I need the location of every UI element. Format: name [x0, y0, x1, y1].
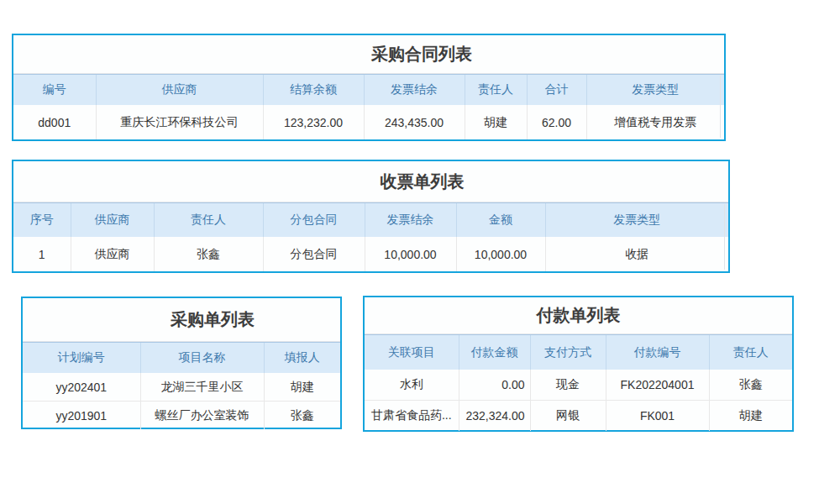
cell-responsible: 胡建 — [709, 401, 792, 432]
payment-list-title: 付款单列表 — [365, 297, 792, 334]
cell-supplier: 供应商 — [71, 237, 154, 271]
payment-list-panel: 付款单列表 关联项目 付款金额 支付方式 付款编号 责任人 水利 0.00 现金… — [363, 296, 794, 432]
cell-payment-code: FK202204001 — [606, 370, 709, 401]
column-header-responsible: 责任人 — [154, 203, 263, 238]
cell-code: dd001 — [13, 105, 96, 139]
receipt-list-panel: 收票单列表 序号 供应商 责任人 分包合同 发票结余 金额 发票类型 1 供应商… — [12, 160, 730, 273]
payment-table: 关联项目 付款金额 支付方式 付款编号 责任人 水利 0.00 现金 FK202… — [365, 334, 792, 431]
column-header-amount: 金额 — [456, 203, 545, 238]
scrollbar-spacer-line — [724, 204, 725, 270]
column-header-plan-code: 计划编号 — [23, 343, 140, 374]
column-header-code: 编号 — [13, 75, 96, 106]
column-header-invoice-balance: 发票结余 — [365, 203, 456, 238]
cell-related-project: 水利 — [365, 370, 459, 401]
table-row[interactable]: 水利 0.00 现金 FK202204001 张鑫 — [365, 370, 792, 401]
purchase-order-list-title: 采购单列表 — [23, 298, 340, 342]
column-header-supplier: 供应商 — [71, 203, 154, 238]
purchase-order-table: 计划编号 项目名称 填报人 yy202401 龙湖三千里小区 胡建 yy2019… — [23, 342, 340, 429]
purchase-contract-list-panel: 采购合同列表 编号 供应商 结算余额 发票结余 责任人 合计 发票类型 dd00… — [12, 34, 726, 141]
cell-invoice-type: 增值税专用发票 — [586, 105, 724, 139]
receipt-table: 序号 供应商 责任人 分包合同 发票结余 金额 发票类型 1 供应商 张鑫 分包… — [13, 202, 728, 271]
cell-invoice-balance: 10,000.00 — [365, 237, 456, 271]
column-header-payment-code: 付款编号 — [606, 335, 709, 370]
column-header-responsible: 责任人 — [709, 335, 792, 370]
column-header-project-name: 项目名称 — [140, 343, 264, 374]
column-header-subcontract: 分包合同 — [263, 203, 365, 238]
receipt-list-title: 收票单列表 — [13, 161, 728, 202]
cell-filler: 胡建 — [264, 373, 340, 402]
purchase-contract-table: 编号 供应商 结算余额 发票结余 责任人 合计 发票类型 dd001 重庆长江环… — [13, 74, 724, 139]
cell-seq: 1 — [13, 237, 71, 271]
cell-responsible: 张鑫 — [154, 237, 263, 271]
column-header-supplier: 供应商 — [96, 75, 263, 106]
column-header-seq: 序号 — [13, 203, 71, 238]
column-header-filler: 填报人 — [264, 343, 340, 374]
header-row: 编号 供应商 结算余额 发票结余 责任人 合计 发票类型 — [13, 75, 724, 106]
column-header-payment-amount: 付款金额 — [459, 335, 530, 370]
column-header-invoice-type: 发票类型 — [586, 75, 724, 106]
cell-supplier: 重庆长江环保科技公司 — [96, 105, 263, 139]
table-row[interactable]: 1 供应商 张鑫 分包合同 10,000.00 10,000.00 收据 — [13, 237, 728, 271]
table-row[interactable]: yy202401 龙湖三千里小区 胡建 — [23, 373, 340, 402]
purchase-contract-list-title: 采购合同列表 — [13, 35, 724, 74]
table-row[interactable]: dd001 重庆长江环保科技公司 123,232.00 243,435.00 胡… — [13, 105, 724, 139]
cell-related-project: 甘肃省食品药... — [365, 401, 459, 432]
cell-invoice-type: 收据 — [545, 237, 728, 271]
cell-invoice-balance: 243,435.00 — [364, 105, 465, 139]
cell-responsible: 张鑫 — [709, 370, 792, 401]
cell-subcontract: 分包合同 — [263, 237, 365, 271]
purchase-order-list-panel: 采购单列表 计划编号 项目名称 填报人 yy202401 龙湖三千里小区 胡建 … — [21, 297, 342, 429]
cell-total: 62.00 — [527, 105, 586, 139]
header-row: 序号 供应商 责任人 分包合同 发票结余 金额 发票类型 — [13, 203, 728, 238]
header-row: 计划编号 项目名称 填报人 — [23, 343, 340, 374]
scrollbar-spacer-line — [720, 76, 721, 138]
cell-payment-method: 网银 — [530, 401, 606, 432]
column-header-payment-method: 支付方式 — [530, 335, 606, 370]
cell-plan-code: yy202401 — [23, 373, 140, 402]
header-row: 关联项目 付款金额 支付方式 付款编号 责任人 — [365, 335, 792, 370]
cell-amount: 10,000.00 — [456, 237, 545, 271]
table-row[interactable]: 甘肃省食品药... 232,324.00 网银 FK001 胡建 — [365, 401, 792, 432]
cell-plan-code: yy201901 — [23, 402, 140, 430]
table-row[interactable]: yy201901 螺丝厂办公室装饰 张鑫 — [23, 402, 340, 430]
cell-payment-method: 现金 — [530, 370, 606, 401]
column-header-responsible: 责任人 — [465, 75, 527, 106]
cell-project-name: 螺丝厂办公室装饰 — [140, 402, 264, 430]
column-header-invoice-balance: 发票结余 — [364, 75, 465, 106]
cell-payment-amount: 232,324.00 — [459, 401, 530, 432]
column-header-invoice-type: 发票类型 — [545, 203, 728, 238]
column-header-settlement-balance: 结算余额 — [263, 75, 364, 106]
cell-responsible: 胡建 — [465, 105, 527, 139]
cell-filler: 张鑫 — [264, 402, 340, 430]
cell-project-name: 龙湖三千里小区 — [140, 373, 264, 402]
cell-payment-amount: 0.00 — [459, 370, 530, 401]
column-header-total: 合计 — [527, 75, 586, 106]
cell-payment-code: FK001 — [606, 401, 709, 432]
column-header-related-project: 关联项目 — [365, 335, 459, 370]
cell-settlement-balance: 123,232.00 — [263, 105, 364, 139]
